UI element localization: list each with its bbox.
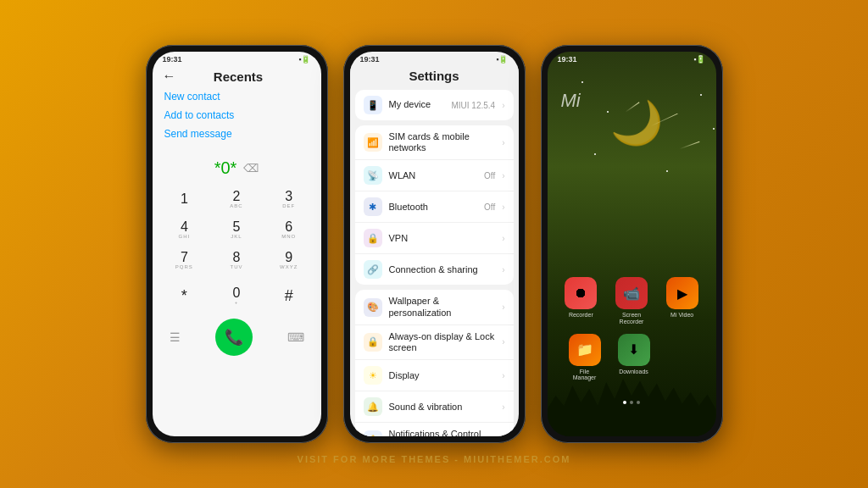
- sim-label: SIM cards & mobile networks: [389, 131, 496, 153]
- settings-section-personalization: 🎨 Wallpaper & personalization › 🔒 Always…: [355, 290, 514, 436]
- mydevice-label: My device: [389, 99, 445, 110]
- home-apps: ⏺ Recorder 📹 ScreenRecorder ▶ Mi Video 📁…: [548, 277, 716, 390]
- vpn-chevron: ›: [502, 234, 504, 243]
- recents-header: ← Recents: [153, 65, 321, 91]
- settings-item-sound[interactable]: 🔔 Sound & vibration ›: [355, 391, 514, 423]
- app-file-manager[interactable]: 📁 FileManager: [566, 334, 604, 381]
- settings-item-sim[interactable]: 📶 SIM cards & mobile networks ›: [355, 125, 514, 160]
- settings-item-lockscreen[interactable]: 🔒 Always-on display & Lock screen ›: [355, 325, 514, 360]
- star-6: [666, 170, 668, 172]
- new-contact-link[interactable]: New contact: [164, 91, 309, 103]
- wallpaper-icon: 🎨: [364, 298, 382, 317]
- settings-item-wallpaper[interactable]: 🎨 Wallpaper & personalization ›: [355, 290, 514, 324]
- screen-recorder-label: ScreenRecorder: [620, 312, 644, 324]
- vpn-icon: 🔒: [364, 229, 382, 247]
- connection-icon: 🔗: [364, 260, 382, 279]
- notifications-label: Notifications & Control center: [389, 429, 496, 436]
- vpn-text: VPN: [389, 233, 496, 244]
- dial-key-6[interactable]: 6MNO: [264, 215, 314, 244]
- send-message-link[interactable]: Send message: [164, 128, 309, 140]
- settings-item-wlan[interactable]: 📡 WLAN Off ›: [355, 160, 514, 191]
- mydevice-icon: 📱: [364, 96, 382, 114]
- status-icons-3: ▪🔋: [693, 55, 705, 64]
- settings-item-connection-sharing[interactable]: 🔗 Connection & sharing ›: [355, 254, 514, 285]
- app-downloads[interactable]: ⬇ Downloads: [615, 334, 653, 381]
- mi-video-icon: ▶: [666, 277, 698, 309]
- menu-icon[interactable]: ☰: [170, 330, 181, 344]
- shooting-star-2: [679, 141, 699, 149]
- app-row-1: ⏺ Recorder 📹 ScreenRecorder ▶ Mi Video: [556, 277, 708, 324]
- mydevice-chevron: ›: [502, 101, 504, 110]
- wallpaper-chevron: ›: [502, 302, 504, 312]
- sound-label: Sound & vibration: [389, 402, 496, 413]
- call-button[interactable]: 📞: [215, 319, 253, 356]
- dial-number: *0*: [214, 158, 237, 178]
- wallpaper-label: Wallpaper & personalization: [389, 296, 496, 318]
- downloads-icon: ⬇: [618, 334, 650, 366]
- dot-2: [630, 401, 633, 404]
- vpn-label: VPN: [389, 233, 496, 244]
- sound-icon: 🔔: [364, 397, 382, 416]
- settings-item-vpn[interactable]: 🔒 VPN ›: [355, 223, 514, 254]
- dial-key-5[interactable]: 5JKL: [211, 215, 262, 244]
- screen-recorder-icon: 📹: [615, 277, 648, 309]
- dial-key-2[interactable]: 2ABC: [211, 185, 262, 214]
- status-icons-2: ▪🔋: [496, 55, 508, 64]
- display-icon: ☀: [364, 366, 382, 385]
- downloads-label: Downloads: [619, 369, 648, 375]
- settings-item-notifications[interactable]: 🔔 Notifications & Control center ›: [355, 423, 514, 436]
- dial-key-star[interactable]: *: [159, 281, 210, 310]
- status-time-1: 19:31: [163, 55, 182, 64]
- phone2-screen: 19:31 ▪🔋 Settings 📱 My device MIUI 12.5.…: [350, 52, 519, 436]
- settings-item-bluetooth[interactable]: ✱ Bluetooth Off ›: [355, 191, 514, 223]
- settings-list: 📱 My device MIUI 12.5.4 › 📶 SIM cards & …: [350, 90, 519, 436]
- file-manager-label: FileManager: [573, 369, 597, 381]
- wallpaper-text: Wallpaper & personalization: [389, 296, 496, 318]
- dial-grid: 1 2ABC 3DEF 4GHI 5JKL 6MNO 7PQRS 8TUV 9W…: [153, 185, 321, 274]
- battery-icon-3: ▪🔋: [693, 55, 705, 64]
- battery-icon-2: ▪🔋: [496, 55, 508, 64]
- wlan-icon: 📡: [364, 166, 382, 185]
- bluetooth-value: Off: [484, 202, 495, 212]
- star-1: [581, 81, 583, 83]
- recorder-icon: ⏺: [565, 277, 597, 309]
- app-recorder[interactable]: ⏺ Recorder: [562, 277, 599, 324]
- notifications-text: Notifications & Control center: [389, 429, 496, 436]
- lockscreen-chevron: ›: [502, 337, 504, 347]
- dial-key-7[interactable]: 7PQRS: [159, 246, 210, 274]
- settings-item-mydevice[interactable]: 📱 My device MIUI 12.5.4 ›: [355, 90, 514, 120]
- star-4: [713, 128, 715, 130]
- app-mi-video[interactable]: ▶ Mi Video: [664, 277, 701, 324]
- settings-title: Settings: [350, 65, 519, 90]
- mi-logo: Mi: [561, 90, 581, 112]
- settings-item-display[interactable]: ☀ Display ›: [355, 360, 514, 391]
- bluetooth-chevron: ›: [502, 202, 504, 212]
- connection-text: Connection & sharing: [389, 264, 496, 275]
- back-button[interactable]: ←: [163, 69, 176, 84]
- dial-key-3[interactable]: 3DEF: [264, 185, 314, 214]
- phone-recents: 19:31 ▪🔋 ← Recents New contact Add to co…: [146, 45, 328, 443]
- sim-chevron: ›: [502, 138, 504, 147]
- recents-actions: New contact Add to contacts Send message: [153, 91, 321, 140]
- add-to-contacts-link[interactable]: Add to contacts: [164, 109, 309, 121]
- status-time-3: 19:31: [558, 55, 577, 64]
- dial-key-9[interactable]: 9WXYZ: [264, 246, 314, 274]
- dial-key-4[interactable]: 4GHI: [159, 215, 210, 244]
- app-screen-recorder[interactable]: 📹 ScreenRecorder: [613, 277, 650, 324]
- dial-key-8[interactable]: 8TUV: [211, 246, 262, 274]
- connection-chevron: ›: [502, 265, 504, 274]
- status-bar-3: 19:31 ▪🔋: [548, 52, 716, 65]
- dial-key-1[interactable]: 1: [159, 185, 210, 214]
- dial-key-hash[interactable]: #: [264, 281, 314, 310]
- sound-chevron: ›: [502, 402, 504, 412]
- dial-key-zero[interactable]: 0 +: [211, 281, 262, 310]
- sim-icon: 📶: [364, 133, 382, 152]
- dial-delete-button[interactable]: ⌫: [243, 162, 259, 175]
- notifications-icon: 🔔: [364, 430, 382, 436]
- notifications-chevron: ›: [502, 435, 504, 436]
- keyboard-icon[interactable]: ⌨: [287, 330, 304, 344]
- recents-title: Recents: [183, 69, 311, 84]
- dot-3: [637, 401, 640, 404]
- wlan-chevron: ›: [502, 171, 504, 180]
- file-manager-icon: 📁: [569, 334, 601, 366]
